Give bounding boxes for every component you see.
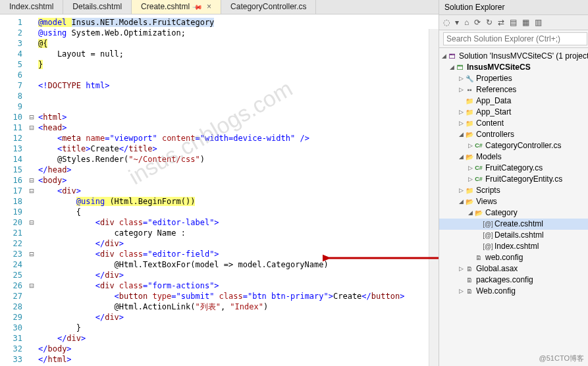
node-views[interactable]: ◢📂Views: [439, 196, 588, 207]
config-file-icon: 🗎: [465, 276, 474, 285]
editor-pane: Index.cshtml Details.cshtml Create.cshtm…: [0, 0, 439, 366]
collapse-icon[interactable]: ⇄: [498, 18, 504, 27]
label-references: References: [476, 84, 516, 95]
node-scripts[interactable]: ▷📁Scripts: [439, 185, 588, 196]
node-webconfig[interactable]: ▷🗎Web.config: [439, 286, 588, 297]
node-create-cshtml[interactable]: [@]Create.cshtml: [439, 219, 588, 230]
view-file-icon: [@]: [483, 231, 493, 240]
asax-file-icon: 🗎: [465, 265, 474, 274]
label-controller-file: CategoryController.cs: [485, 140, 561, 151]
node-category[interactable]: ◢📂Category: [439, 207, 588, 219]
credit-text: @51CTO博客: [539, 353, 584, 363]
label-global: Global.asax: [476, 263, 518, 274]
node-fruitcategoryentity[interactable]: ▷C#FruitCategoryEntity.cs: [439, 174, 588, 185]
node-webconfig-views[interactable]: 🗎web.config: [439, 252, 588, 263]
explorer-search-input[interactable]: [443, 32, 587, 45]
label-category: Category: [485, 207, 518, 219]
label-index: Index.cshtml: [494, 241, 539, 252]
home-icon[interactable]: ⌂: [464, 18, 469, 27]
fold-gutter[interactable]: ⊟⊟⊟⊟⊟⊟⊟: [26, 14, 37, 366]
folder-icon: 📁: [465, 186, 474, 196]
node-controllers[interactable]: ◢📂Controllers: [439, 129, 588, 140]
cs-file-icon: C#: [474, 164, 483, 173]
solution-tree[interactable]: ◢🗔Solution 'InsusMVCSiteCS' (1 project ◢…: [439, 48, 588, 366]
code-editor[interactable]: 1234567891011121314151617181920212223242…: [0, 14, 439, 366]
properties-icon[interactable]: ▦: [522, 18, 529, 27]
folder-icon: 📂: [465, 197, 474, 207]
solution-node[interactable]: ◢🗔Solution 'InsusMVCSiteCS' (1 project: [439, 51, 588, 62]
solution-explorer: Solution Explorer ◌ ▾ ⌂ ⟳ ↻ ⇄ ▤ ▦ ▥ ◢🗔So…: [439, 0, 588, 366]
tab-details[interactable]: Details.cshtml: [63, 0, 132, 14]
nav-fwd-icon[interactable]: ▾: [455, 18, 459, 27]
config-file-icon: 🗎: [474, 253, 483, 263]
nav-back-icon[interactable]: ◌: [443, 18, 450, 27]
view-file-icon: [@]: [483, 242, 493, 251]
label-create: Create.cshtml: [494, 219, 543, 230]
show-all-icon[interactable]: ▤: [510, 18, 517, 27]
folder-icon: 📁: [465, 108, 474, 117]
node-controller-file[interactable]: ▷C#CategoryController.cs: [439, 140, 588, 151]
tab-create-label: Create.cshtml: [141, 2, 190, 11]
node-appdata[interactable]: 📁App_Data: [439, 95, 588, 107]
code-area[interactable]: @model Insus.NET.Models.FruitCategory@us…: [37, 14, 439, 366]
node-appstart[interactable]: ▷📁App_Start: [439, 107, 588, 118]
label-scripts: Scripts: [476, 185, 500, 196]
label-packages: packages.config: [476, 274, 533, 286]
label-models: Models: [476, 151, 502, 163]
solution-label: Solution 'InsusMVCSiteCS' (1 project: [459, 51, 588, 62]
label-fruitcategory: FruitCategory.cs: [485, 163, 543, 174]
config-file-icon: 🗎: [465, 287, 474, 296]
label-appstart: App_Start: [476, 107, 511, 118]
node-global-asax[interactable]: ▷🗎Global.asax: [439, 263, 588, 274]
project-icon: 🗔: [456, 63, 465, 72]
scrollbar[interactable]: [429, 29, 439, 366]
references-icon: ▪▪: [465, 86, 474, 95]
explorer-toolbar: ◌ ▾ ⌂ ⟳ ↻ ⇄ ▤ ▦ ▥: [439, 15, 588, 30]
folder-icon: 📁: [465, 97, 474, 106]
label-webconfig2: Web.config: [476, 286, 516, 297]
line-number-gutter: 1234567891011121314151617181920212223242…: [0, 14, 26, 366]
folder-icon: 📂: [465, 130, 474, 140]
solution-icon: 🗔: [448, 52, 457, 61]
preview-icon[interactable]: ▥: [535, 18, 542, 27]
folder-icon: 📁: [465, 119, 474, 128]
cs-file-icon: C#: [474, 142, 483, 151]
folder-icon: 📂: [474, 209, 483, 218]
node-references[interactable]: ▷▪▪References: [439, 84, 588, 95]
tab-index[interactable]: Index.cshtml: [0, 0, 63, 14]
node-details-cshtml[interactable]: [@]Details.cshtml: [439, 230, 588, 241]
node-properties[interactable]: ▷🔧Properties: [439, 73, 588, 84]
label-controllers: Controllers: [476, 129, 514, 140]
node-index-cshtml[interactable]: [@]Index.cshtml: [439, 241, 588, 252]
label-content: Content: [476, 118, 504, 129]
explorer-search: [439, 30, 588, 48]
label-webconfig1: web.config: [485, 252, 523, 263]
project-node[interactable]: ◢🗔InsusMVCSiteCS: [439, 62, 588, 73]
node-models[interactable]: ◢📂Models: [439, 151, 588, 163]
label-appdata: App_Data: [476, 95, 511, 107]
label-details: Details.cshtml: [494, 230, 544, 241]
project-label: InsusMVCSiteCS: [467, 62, 531, 73]
label-properties: Properties: [476, 73, 512, 84]
node-fruitcategory[interactable]: ▷C#FruitCategory.cs: [439, 163, 588, 174]
folder-icon: 📂: [465, 153, 474, 162]
node-content[interactable]: ▷📁Content: [439, 118, 588, 129]
pin-icon[interactable]: 📌: [192, 1, 203, 12]
node-packages-config[interactable]: 🗎packages.config: [439, 274, 588, 286]
refresh-icon[interactable]: ↻: [486, 18, 493, 27]
solution-explorer-title: Solution Explorer: [439, 0, 588, 15]
tab-controller[interactable]: CategoryController.cs: [221, 0, 316, 14]
tab-create[interactable]: Create.cshtml📌×: [132, 0, 221, 14]
wrench-icon: 🔧: [465, 74, 474, 84]
close-icon[interactable]: ×: [207, 2, 211, 11]
sync-icon[interactable]: ⟳: [474, 18, 481, 27]
tab-bar: Index.cshtml Details.cshtml Create.cshtm…: [0, 0, 439, 14]
view-file-icon: [@]: [483, 220, 493, 229]
label-fruitcategoryentity: FruitCategoryEntity.cs: [485, 174, 562, 185]
cs-file-icon: C#: [474, 175, 483, 184]
label-views: Views: [476, 196, 497, 207]
